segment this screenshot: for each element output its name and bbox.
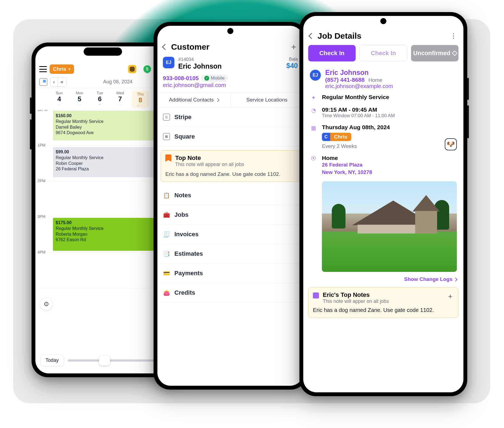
balance-value: $40 — [286, 62, 298, 70]
bookmark-icon — [165, 154, 171, 162]
back-icon[interactable] — [162, 44, 168, 50]
job-time-range: 09:15 AM - 09:45 AM — [322, 106, 395, 113]
check-in-button[interactable]: Check In — [308, 45, 356, 61]
customer-name: Eric Johnson — [178, 62, 282, 70]
event-address: 26 Federal Plaza — [56, 166, 165, 172]
event-price: $175.00 — [56, 220, 165, 226]
calendar-grid: 12PM 1PM 2PM 3PM 4PM $160.00 Regular Mon… — [35, 110, 170, 351]
section-jobs[interactable]: 🧰 Jobs — [157, 205, 303, 225]
prev-week-button[interactable]: « — [58, 77, 66, 86]
job-date: Thursday Aug 08th, 2024 — [322, 124, 390, 131]
stripe-icon: S — [163, 114, 170, 121]
day-mon[interactable]: Mon5. . — [71, 91, 88, 108]
add-note-icon[interactable]: ＋ — [447, 291, 454, 301]
job-top-note-card[interactable]: Eric's Top Notes This note will apper on… — [308, 287, 458, 318]
square-icon — [163, 133, 170, 140]
section-invoices[interactable]: 🧾 Invoices — [157, 225, 303, 244]
hour-label: 3PM — [38, 214, 46, 219]
hour-label: 12PM — [38, 110, 48, 112]
top-note-body: Eric has a dog named Zane. Use gate code… — [313, 307, 454, 313]
tab-service-locations[interactable]: Service Locations — [230, 92, 304, 107]
credits-icon: 👛 — [163, 289, 170, 296]
event-address: 6762 Eason Rd — [56, 237, 165, 243]
payments-icon: 💳 — [163, 270, 170, 277]
section-estimates[interactable]: 📑 Estimates — [157, 244, 303, 264]
location-label: Home — [322, 155, 372, 161]
hour-label: 2PM — [38, 179, 46, 183]
section-payments[interactable]: 💳 Payments — [157, 264, 303, 283]
assignee-initial: C — [322, 133, 330, 141]
more-icon[interactable]: ⋮ — [450, 32, 457, 40]
date-label[interactable]: Aug 08, 2024 — [69, 79, 166, 85]
map-pin-fab[interactable]: ⊙ — [40, 298, 52, 310]
notes-icon: 📋 — [163, 192, 170, 199]
back-icon[interactable] — [308, 33, 315, 39]
add-icon[interactable]: ＋ — [290, 41, 298, 52]
phone-type-chip: ✓ Mobile — [201, 75, 228, 82]
pet-tag-icon[interactable]: 🐶 — [445, 138, 457, 150]
event-price: $99.00 — [56, 149, 165, 155]
hour-label: 1PM — [38, 143, 46, 147]
phone-job-details: Job Details ⋮ Check In Check In Unconfir… — [299, 12, 467, 396]
calendar-icon[interactable] — [39, 78, 47, 86]
status-dropdown[interactable]: Unconfirmed — [411, 45, 458, 61]
invoices-icon: 🧾 — [163, 231, 170, 238]
address-line2[interactable]: New York, NY, 10278 — [322, 169, 372, 176]
today-button[interactable]: Today — [40, 354, 64, 366]
day-tue[interactable]: Tue6• — [91, 91, 108, 108]
day-wed[interactable]: Wed7. . — [112, 91, 129, 108]
calendar-event[interactable]: $175.00 Regular Monthly Service Roberta … — [53, 218, 168, 251]
calendar-header: Chris ▾ 5 — [35, 62, 170, 76]
job-assignee-chip[interactable]: C Chris — [322, 133, 390, 141]
menu-icon[interactable] — [39, 66, 47, 72]
top-note-body: Eric has a dog named Zane. Use gate code… — [161, 168, 300, 182]
location-photo[interactable] — [322, 181, 457, 272]
top-note-card[interactable]: Top Note This note will appear on all jo… — [161, 150, 300, 182]
job-time-row: ◔ 09:15 AM - 09:45 AM Time Window 07:00 … — [303, 104, 463, 121]
section-square[interactable]: Square — [157, 127, 303, 147]
zoom-slider[interactable] — [68, 359, 165, 362]
event-address: 9674 Dogwood Ave — [56, 130, 165, 136]
job-customer-phone[interactable]: (857) 441-8688 — [325, 77, 365, 83]
event-price: $160.00 — [56, 113, 165, 119]
service-icon: ✦ — [310, 94, 317, 101]
recurrence-label: Every 2 Weeks — [322, 143, 390, 149]
section-stripe[interactable]: S Stripe — [157, 108, 303, 127]
day-sun[interactable]: Sun4.. — [51, 91, 68, 108]
customer-contact: 933-008-0105 ✓ Mobile eric.johnson@gmail… — [157, 74, 303, 92]
customer-email-link[interactable]: eric.johnson@gmail.com — [163, 82, 298, 88]
notifications-badge[interactable]: 5 — [143, 65, 151, 73]
top-note-title: Top Note — [175, 154, 244, 162]
jobs-icon: 🧰 — [163, 211, 170, 218]
calendar-footer: Today — [35, 351, 170, 373]
check-in-secondary-button[interactable]: Check In — [359, 45, 407, 61]
customer-id: #14034 — [178, 57, 282, 62]
section-notes[interactable]: 📋 Notes — [157, 186, 303, 205]
day-thu-selected[interactable]: Thu8• .. — [132, 91, 149, 108]
chevron-right-icon — [454, 278, 457, 281]
section-credits[interactable]: 👛 Credits — [157, 283, 303, 303]
customer-initials-badge: EJ — [163, 57, 174, 68]
show-change-logs-link[interactable]: Show Change Logs — [303, 272, 463, 285]
page-title: Customer — [171, 42, 209, 52]
prev-day-button[interactable]: ‹ — [50, 77, 58, 86]
zoom-slider-thumb[interactable] — [99, 356, 110, 365]
job-customer-block: EJ Eric Johnson (857) 441-8688 Home eric… — [303, 66, 463, 91]
calendar-event[interactable]: $160.00 Regular Monthly Service Darrell … — [53, 111, 168, 140]
job-customer-name[interactable]: Eric Johnson — [325, 69, 393, 77]
chevron-right-icon — [216, 98, 219, 102]
job-customer-email[interactable]: eric.johnson@example.com — [325, 83, 393, 89]
tab-additional-contacts[interactable]: Additional Contacts — [157, 92, 230, 107]
phone-customer: Customer ＋ EJ #14034 Eric Johnson Bala $… — [154, 22, 307, 390]
job-service-name: Regular Monthly Service — [322, 94, 389, 100]
user-filter-chip[interactable]: Chris ▾ — [50, 64, 74, 74]
event-customer: Robin Cooper — [56, 161, 165, 167]
avatar-icon[interactable] — [128, 65, 136, 73]
customer-phone-link[interactable]: 933-008-0105 — [163, 75, 199, 81]
weekday-strip: Sun4.. Mon5. . Tue6• Wed7. . Thu8• .. — [35, 88, 170, 110]
top-note-subtitle: This note will appear on all jobs — [175, 162, 244, 167]
dropdown-icon — [452, 50, 457, 56]
estimates-icon: 📑 — [163, 250, 170, 257]
address-line1[interactable]: 26 Federal Plaza — [322, 161, 372, 169]
calendar-event[interactable]: $99.00 Regular Monthly Service Robin Coo… — [53, 147, 168, 177]
